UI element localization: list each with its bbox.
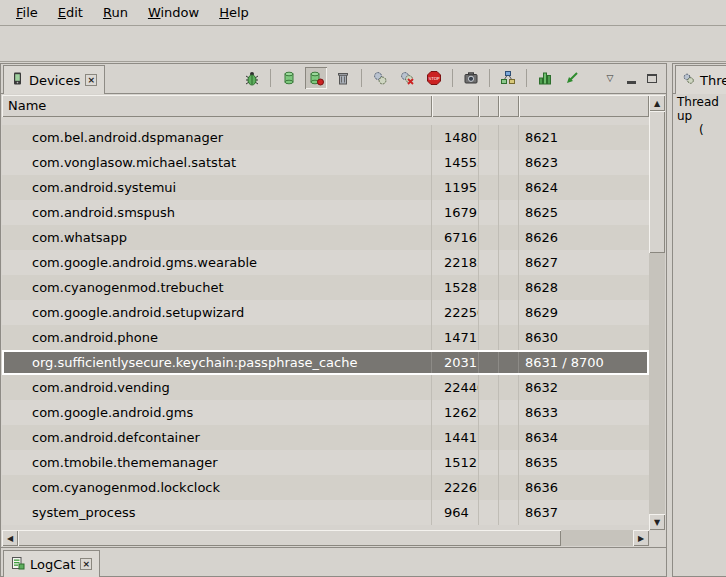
- threads-panel-header: Threads: [673, 64, 726, 94]
- device-port: 8621: [519, 125, 649, 150]
- cause-gc-icon[interactable]: [332, 67, 354, 89]
- toolbar-separator: [361, 69, 362, 87]
- capture-trace-icon[interactable]: [534, 67, 556, 89]
- empty-cell: [499, 400, 519, 425]
- empty-cell: [479, 475, 499, 500]
- scroll-left-icon[interactable]: ◀: [2, 530, 18, 546]
- table-row[interactable]: com.bel.android.dspmanager 1480 8621: [2, 125, 649, 150]
- device-pid: 22265: [432, 475, 479, 500]
- toolbar-separator: [270, 69, 271, 87]
- column-header-name[interactable]: Name: [2, 95, 432, 117]
- table-row[interactable]: com.android.systemui 1195 8624: [2, 175, 649, 200]
- vertical-scrollbar-thumb[interactable]: [649, 111, 665, 253]
- maximize-icon[interactable]: [644, 70, 660, 86]
- vertical-scrollbar[interactable]: ▲ ▼: [649, 95, 665, 530]
- partial-row-spacer: [2, 117, 649, 125]
- svg-text:STOP: STOP: [428, 76, 440, 81]
- update-threads-icon[interactable]: [369, 67, 391, 89]
- table-row[interactable]: com.android.vending 22440 8632: [2, 375, 649, 400]
- minimize-icon[interactable]: [623, 70, 639, 86]
- empty-cell: [479, 300, 499, 325]
- view-hierarchy-icon[interactable]: [497, 67, 519, 89]
- table-row[interactable]: com.google.android.gms 12623 8633: [2, 400, 649, 425]
- empty-cell: [499, 425, 519, 450]
- column-header-blank1[interactable]: [479, 95, 499, 117]
- threads-tab-icon: [682, 72, 695, 88]
- device-port: 8636: [519, 475, 649, 500]
- table-row[interactable]: com.vonglasow.michael.satstat 14553 8623: [2, 150, 649, 175]
- device-pid: 1471: [432, 325, 479, 350]
- table-row[interactable]: org.sufficientlysecure.keychain:passphra…: [2, 350, 649, 375]
- opengl-trace-icon[interactable]: [561, 67, 583, 89]
- horizontal-scrollbar-thumb[interactable]: [18, 530, 561, 546]
- device-pid: 1512: [432, 450, 479, 475]
- menu-run[interactable]: Run: [93, 2, 138, 23]
- main-area: Devices: [0, 63, 726, 577]
- menu-help[interactable]: Help: [209, 2, 259, 23]
- update-heap-icon[interactable]: [278, 67, 300, 89]
- device-name: com.android.defcontainer: [2, 425, 432, 450]
- menu-file[interactable]: File: [6, 2, 48, 23]
- empty-cell: [479, 350, 499, 375]
- screen-capture-icon[interactable]: [460, 67, 482, 89]
- table-row[interactable]: com.google.android.gms.wearable 22185 86…: [2, 250, 649, 275]
- table-row[interactable]: com.google.android.setupwizard 22250 862…: [2, 300, 649, 325]
- threads-tab-label: Threads: [700, 73, 726, 88]
- left-column: Devices: [0, 63, 667, 577]
- toolbar-strip: [0, 27, 726, 62]
- empty-cell: [499, 225, 519, 250]
- devices-panel: Devices: [0, 63, 667, 548]
- horizontal-scrollbar[interactable]: ◀ ▶: [2, 530, 649, 546]
- device-name: com.bel.android.dspmanager: [2, 125, 432, 150]
- device-name: com.cyanogenmod.trebuchet: [2, 275, 432, 300]
- table-row[interactable]: com.cyanogenmod.lockclock 22265 8636: [2, 475, 649, 500]
- close-icon[interactable]: [80, 558, 92, 570]
- table-row[interactable]: com.android.smspush 1679 8625: [2, 200, 649, 225]
- menu-window[interactable]: Window: [138, 2, 209, 23]
- device-port: 8633: [519, 400, 649, 425]
- column-header-pid[interactable]: [432, 95, 479, 117]
- column-header-port[interactable]: [519, 95, 649, 117]
- empty-cell: [479, 500, 499, 525]
- table-row[interactable]: system_process 964 8637: [2, 500, 649, 525]
- stop-process-icon[interactable]: STOP: [423, 67, 445, 89]
- device-tab-icon: [11, 72, 24, 88]
- toolbar-separator: [526, 69, 527, 87]
- column-header-blank2[interactable]: [499, 95, 519, 117]
- empty-cell: [479, 425, 499, 450]
- view-menu-icon[interactable]: ▽: [602, 70, 618, 86]
- scroll-right-icon[interactable]: ▶: [633, 530, 649, 546]
- close-icon[interactable]: [85, 74, 97, 86]
- device-port: 8623: [519, 150, 649, 175]
- empty-cell: [499, 250, 519, 275]
- logcat-bar: LogCat: [0, 548, 667, 577]
- device-pid: 20311: [432, 350, 479, 375]
- empty-cell: [479, 200, 499, 225]
- threads-panel-body: Thread up (: [677, 95, 726, 576]
- table-row[interactable]: com.android.defcontainer 14411 8634: [2, 425, 649, 450]
- stop-profiling-icon[interactable]: [396, 67, 418, 89]
- empty-cell: [499, 500, 519, 525]
- tab-logcat[interactable]: LogCat: [3, 550, 100, 577]
- scroll-up-icon[interactable]: ▲: [649, 95, 665, 111]
- empty-cell: [499, 350, 519, 375]
- tab-threads[interactable]: Threads: [675, 65, 726, 94]
- table-row[interactable]: com.cyanogenmod.trebuchet 1528 8628: [2, 275, 649, 300]
- empty-cell: [479, 125, 499, 150]
- debug-icon[interactable]: [241, 67, 263, 89]
- device-name: com.android.vending: [2, 375, 432, 400]
- empty-cell: [479, 375, 499, 400]
- device-name: com.whatsapp: [2, 225, 432, 250]
- table-row[interactable]: com.android.phone 1471 8630: [2, 325, 649, 350]
- device-port: 8631 / 8700: [519, 350, 649, 375]
- tab-devices[interactable]: Devices: [3, 65, 105, 94]
- scroll-down-icon[interactable]: ▼: [649, 514, 665, 530]
- device-name: system_process: [2, 500, 432, 525]
- dump-hprof-icon[interactable]: [305, 67, 327, 89]
- menu-edit[interactable]: Edit: [48, 2, 93, 23]
- table-row[interactable]: com.tmobile.thememanager 1512 8635: [2, 450, 649, 475]
- device-port: 8626: [519, 225, 649, 250]
- table-row[interactable]: com.whatsapp 6716 8626: [2, 225, 649, 250]
- device-port: 8635: [519, 450, 649, 475]
- device-port: 8634: [519, 425, 649, 450]
